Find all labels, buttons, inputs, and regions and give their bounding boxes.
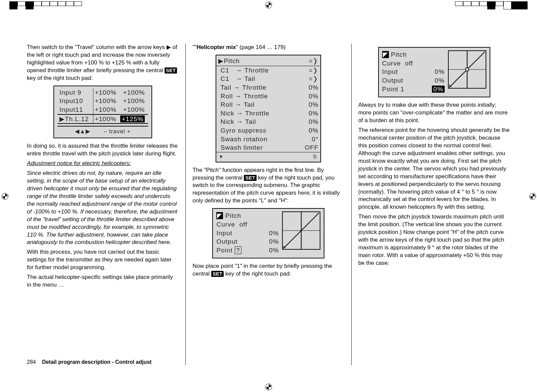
- col2-para2: Now place point "1" in the center by bri…: [192, 262, 344, 278]
- lcd-pitch-curve-initial: ◤ Pitch Curve off Input0% Output0% Point…: [212, 208, 324, 258]
- pitch-curve-graph: [448, 50, 486, 89]
- top-registration-bar: [0, 0, 537, 10]
- reg-strip-top-right: [440, 1, 528, 9]
- lcd-pitch-curve-point1: ◤ Pitch Curve off Input0% Output0% Point…: [378, 47, 490, 97]
- page-number: 284: [27, 359, 36, 365]
- col1-para4: The actual helicopter-specific settings …: [27, 274, 179, 289]
- column-3: ◤ Pitch Curve off Input0% Output0% Point…: [351, 44, 517, 365]
- lcd-travel-table: Input 9+100%+100% Input10+100%+100% Inpu…: [53, 86, 152, 139]
- col3-para2: The reference point for the hovering sho…: [358, 127, 510, 211]
- column-1: Then switch to the "Travel" column with …: [20, 44, 185, 365]
- registration-mark-right: [529, 193, 535, 199]
- page-footer-title: Detail program description - Control adj…: [42, 359, 151, 365]
- reg-strip-top-left: [9, 1, 97, 9]
- col3-para1: Always try to make due with these three …: [358, 101, 510, 125]
- adjustment-notice-body: Since electric drives do not, by nature,…: [27, 169, 179, 246]
- col2-para1: The "Pitch" function appears right in th…: [192, 166, 344, 205]
- scroll-down-icon: ▾: [220, 153, 223, 160]
- adjustment-notice-heading: Adjustment notice for electric helicopte…: [27, 160, 179, 167]
- page-footer: 284 Detail program description - Control…: [27, 359, 151, 365]
- curve-icon: ◤: [216, 212, 223, 219]
- col3-para3: Then move the pitch joystick towards max…: [358, 213, 510, 267]
- lcd-helicopter-mix: ▶Pitch=❭ C1 → Throttle=❭ C1 → Tail=❭ Tai…: [216, 55, 321, 162]
- right-triangle-icon: ▶: [167, 44, 171, 50]
- column-2: ""Helicopter mix" (page 164 … 179) ▶Pitc…: [185, 44, 351, 365]
- col1-para3: With this process, you have not carried …: [27, 248, 179, 272]
- curve-icon: ◤: [382, 51, 389, 58]
- svg-rect-6: [465, 68, 468, 71]
- registration-mark-icon: [265, 2, 272, 8]
- col1-para1: Then switch to the "Travel" column with …: [27, 44, 179, 82]
- bottom-registration-bar: [0, 382, 537, 392]
- model-switch-icon: ⎘: [313, 153, 317, 160]
- page-content: Then switch to the "Travel" column with …: [20, 44, 517, 365]
- registration-mark-left: [2, 193, 8, 199]
- travel-footer-label: – travel +: [104, 128, 131, 136]
- col2-heading: ""Helicopter mix" (page 164 … 179): [192, 44, 344, 51]
- col1-para2: In doing so, it is assured that the thro…: [27, 142, 179, 158]
- set-key-icon: SET: [244, 175, 256, 181]
- registration-mark-icon: [265, 384, 272, 390]
- set-key-icon: SET: [165, 67, 177, 74]
- set-key-icon: SET: [211, 271, 224, 277]
- nav-arrows-icon: ◀▲▶: [75, 128, 90, 136]
- pitch-curve-graph: [282, 211, 320, 250]
